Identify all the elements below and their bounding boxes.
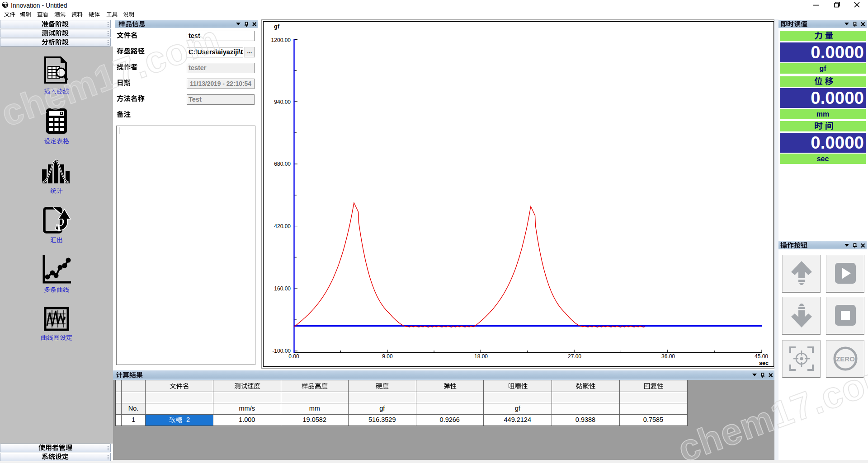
svg-text:ZERO: ZERO: [836, 355, 855, 363]
